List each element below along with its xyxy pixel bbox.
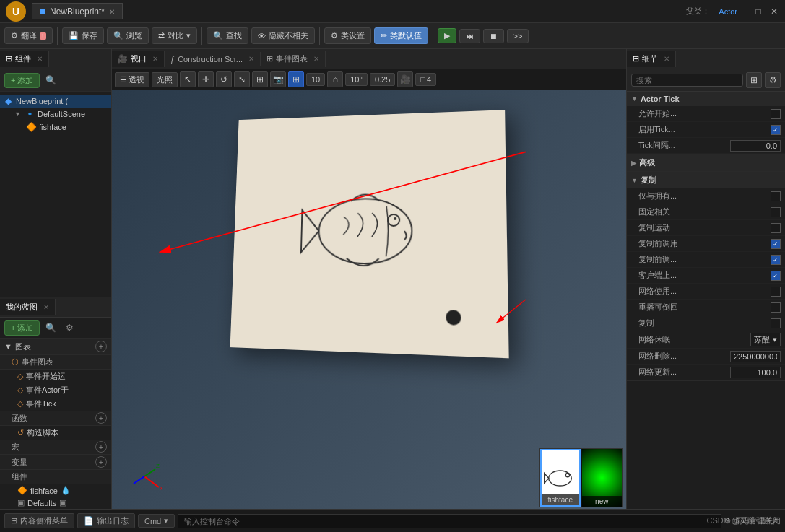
my-graph-tab[interactable]: 我的蓝图 ✕ xyxy=(0,299,56,315)
cmd-dropdown-button[interactable]: Cmd ▾ xyxy=(138,514,175,528)
perspective-button[interactable]: ☰ 透视 xyxy=(115,72,149,87)
graph-settings-button[interactable]: ⚙ xyxy=(61,320,77,336)
components-tab-close[interactable]: ✕ xyxy=(37,55,43,63)
camera-speed-button[interactable]: 🎥 xyxy=(397,71,413,87)
details-tab-close[interactable]: ✕ xyxy=(664,55,669,63)
context-menu-button[interactable]: ⊞ 内容侧滑菜单 xyxy=(4,513,74,528)
actor-tick-header[interactable]: ▼ Actor Tick xyxy=(627,92,785,106)
comp-item-fishface[interactable]: 🔶 fishface 💧 xyxy=(0,484,111,497)
class-settings-button[interactable]: ⚙ 类设置 xyxy=(324,27,371,44)
step-button[interactable]: ⏭ xyxy=(459,29,480,43)
graph-item-begin-play[interactable]: ◇ 事件开始运 xyxy=(0,370,111,383)
graph-item-tick[interactable]: ◇ 事件Tick xyxy=(0,397,111,411)
network-dormancy-dropdown[interactable]: 苏醒 ▾ xyxy=(750,333,781,346)
comp-item-defaults[interactable]: ▣ Defaults ▣ xyxy=(0,497,111,509)
compare-button[interactable]: ⇄ 对比 ▾ xyxy=(152,27,197,44)
grid-button[interactable]: ⊞ xyxy=(288,71,304,87)
tree-item-fishface[interactable]: 🔶 fishface xyxy=(0,121,111,134)
save-button[interactable]: 💾 保存 xyxy=(62,27,104,44)
play-button[interactable]: ▶ xyxy=(438,28,456,43)
title-bar-tabs: NewBlueprint* ✕ xyxy=(32,3,686,19)
add-function-button[interactable]: + xyxy=(95,412,107,424)
replicate-checkbox[interactable] xyxy=(771,318,781,328)
construction-tab-close[interactable]: ✕ xyxy=(248,55,254,63)
details-grid-button[interactable]: ⊞ xyxy=(746,72,762,88)
enable-tick-checkbox[interactable] xyxy=(771,125,781,135)
advanced-arrow: ▶ xyxy=(631,160,636,167)
details-search-input[interactable] xyxy=(631,74,743,87)
add-macro-button[interactable]: + xyxy=(95,441,107,453)
pre-replicate-call-2-checkbox[interactable] xyxy=(771,255,781,265)
angle-value-button[interactable]: 10° xyxy=(345,73,368,86)
rotate-mode-button[interactable]: ↺ xyxy=(216,71,232,87)
network-cull-input[interactable] xyxy=(730,351,781,362)
blueprint-tab[interactable]: NewBlueprint* ✕ xyxy=(32,3,123,19)
graph-section-graphs[interactable]: ▼ 图表 + xyxy=(0,339,111,355)
prop-allow-tick-start: 允许开始... xyxy=(627,106,785,122)
client-side-checkbox[interactable] xyxy=(771,271,781,281)
search-graph-button[interactable]: 🔍 xyxy=(43,320,58,336)
thumbnail-fishface[interactable]: fishface ★ xyxy=(540,449,581,507)
tree-item-blueprint[interactable]: ◆ NewBlueprint ( xyxy=(0,95,111,108)
only-relevant-checkbox[interactable] xyxy=(771,191,781,201)
screen-size-button[interactable]: □ 4 xyxy=(415,73,436,86)
my-graph-toolbar: + 添加 🔍 ⚙ xyxy=(0,318,111,339)
camera-button[interactable]: 📷 xyxy=(270,71,286,87)
add-graph-circle-button[interactable]: + xyxy=(95,341,107,352)
tab-close-icon[interactable]: ✕ xyxy=(109,8,115,16)
stop-button[interactable]: ⏹ xyxy=(483,29,504,43)
macros-label: 宏 xyxy=(12,442,19,453)
minimize-button[interactable]: — xyxy=(737,6,747,17)
viewport-canvas[interactable]: X Z xyxy=(112,90,626,509)
tick-interval-value xyxy=(730,140,781,152)
more-button[interactable]: >> xyxy=(507,29,529,43)
angle-button[interactable]: ⌂ xyxy=(327,71,343,87)
components-tab[interactable]: ⊞ 组件 ✕ xyxy=(0,51,49,67)
construction-tab[interactable]: ƒ Construction Scr... ✕ xyxy=(165,52,261,66)
allow-tick-checkbox[interactable] xyxy=(771,109,781,119)
find-button[interactable]: 🔍 查找 xyxy=(207,27,248,44)
replicate-movement-checkbox[interactable] xyxy=(771,223,781,233)
select-mode-button[interactable]: ↖ xyxy=(180,71,196,87)
hide-unrelated-button[interactable]: 👁 隐藏不相关 xyxy=(251,27,315,44)
cmd-input[interactable] xyxy=(178,514,721,528)
scale-mode-button[interactable]: ⤡ xyxy=(234,71,250,87)
tree-item-defaultscene[interactable]: ▼ 🔹 DefaultScene xyxy=(0,108,111,121)
lighting-button[interactable]: 光照 xyxy=(152,72,178,87)
thumbnail-new[interactable]: new xyxy=(582,449,622,507)
class-defaults-button[interactable]: ✏ 类默认值 xyxy=(374,27,428,44)
scale-value-button[interactable]: 0.25 xyxy=(370,73,395,86)
tab-title: NewBlueprint* xyxy=(50,6,105,17)
rewind-replayable-checkbox[interactable] xyxy=(771,302,781,313)
tick-interval-input[interactable] xyxy=(730,140,781,152)
translate-button[interactable]: ⚙ 翻译 ! xyxy=(4,27,53,44)
details-tab[interactable]: ⊞ 细节 ✕ xyxy=(627,51,676,67)
event-graph-tab[interactable]: ⊞ 事件图表 ✕ xyxy=(261,51,326,67)
my-graph-tab-close[interactable]: ✕ xyxy=(43,303,49,311)
net-use-owner-checkbox[interactable] xyxy=(771,287,781,297)
advanced-header[interactable]: ▶ 高级 xyxy=(627,154,785,171)
translate-mode-button[interactable]: ✛ xyxy=(198,71,214,87)
add-graph-button[interactable]: + 添加 xyxy=(4,320,40,336)
svg-marker-1 xyxy=(301,210,319,253)
network-update-input[interactable] xyxy=(730,367,781,378)
pre-replicate-call-checkbox[interactable] xyxy=(771,239,781,249)
search-component-button[interactable]: 🔍 xyxy=(43,72,58,88)
details-settings-button[interactable]: ⚙ xyxy=(765,72,781,88)
viewport-tab-close[interactable]: ✕ xyxy=(152,55,158,63)
maximize-button[interactable]: □ xyxy=(753,6,763,17)
browse-button[interactable]: 🔍 浏览 xyxy=(107,27,149,44)
close-button[interactable]: ✕ xyxy=(769,6,779,17)
event-graph-tab-close[interactable]: ✕ xyxy=(313,55,319,63)
always-relevant-checkbox[interactable] xyxy=(771,207,781,217)
snap-button[interactable]: ⊞ xyxy=(252,71,268,87)
output-log-button[interactable]: 📄 输出日志 xyxy=(77,513,135,528)
add-variable-button[interactable]: + xyxy=(95,456,107,468)
replication-header[interactable]: ▼ 复制 xyxy=(627,172,785,188)
parent-value[interactable]: Actor xyxy=(719,7,737,16)
grid-value-button[interactable]: 10 xyxy=(306,73,325,86)
graph-item-actor-begin[interactable]: ◇ 事件Actor于 xyxy=(0,383,111,397)
add-component-button[interactable]: + 添加 xyxy=(4,73,40,88)
viewport-tab[interactable]: 🎥 视口 ✕ xyxy=(112,51,165,67)
graph-item-construction[interactable]: ↺ 构造脚本 xyxy=(0,426,111,440)
